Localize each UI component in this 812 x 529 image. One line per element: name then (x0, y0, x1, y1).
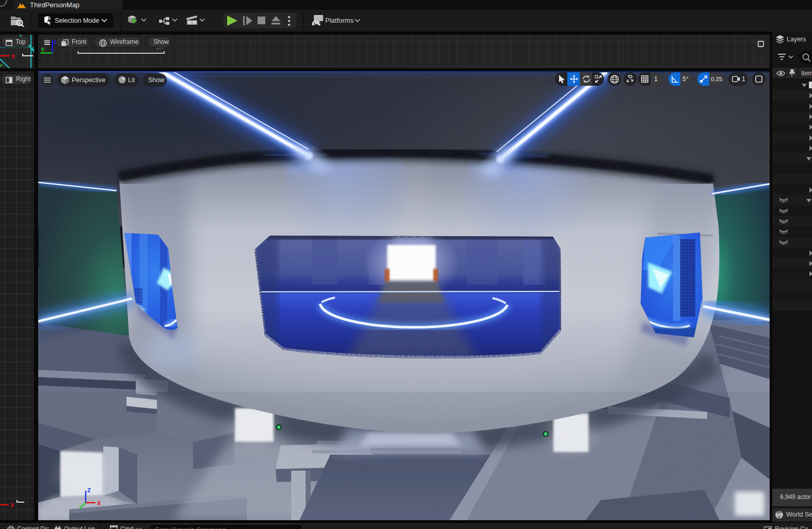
svg-text:X: X (10, 502, 14, 508)
svg-text:Y: Y (79, 504, 83, 510)
svg-text:X: X (11, 53, 15, 59)
svg-text:Z: Z (87, 487, 91, 493)
svg-text:X: X (97, 500, 101, 506)
svg-text:Y: Y (41, 46, 45, 53)
